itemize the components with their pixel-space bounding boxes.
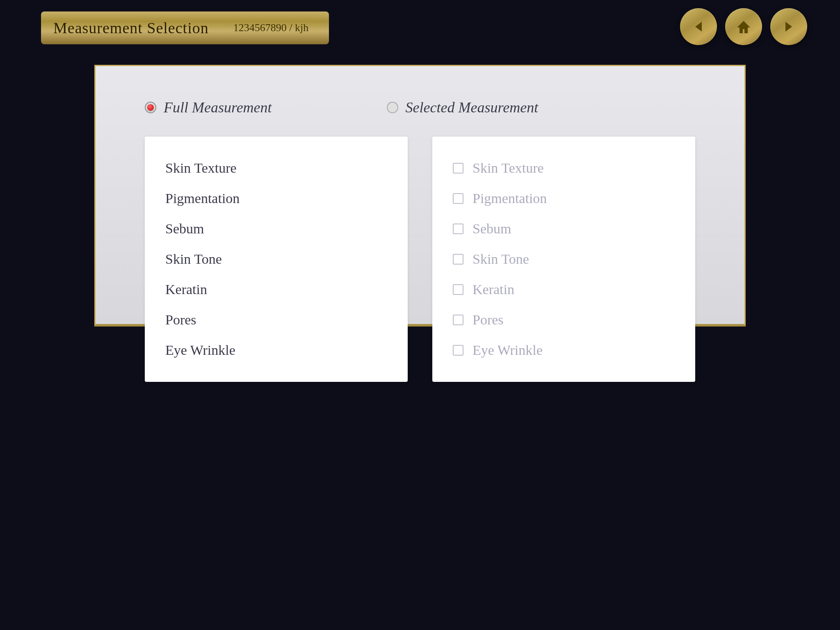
nav-buttons <box>680 8 807 45</box>
checkbox-pores[interactable] <box>453 315 463 325</box>
checkbox-eye-wrinkle[interactable] <box>453 345 463 356</box>
back-button[interactable] <box>680 8 717 45</box>
list-item: Eye Wrinkle <box>165 335 387 365</box>
list-item: Skin Tone <box>165 244 387 274</box>
svg-marker-2 <box>785 22 792 32</box>
checkbox-item-skin-texture[interactable]: Skin Texture <box>453 153 675 183</box>
checkbox-sebum[interactable] <box>453 224 463 234</box>
list-item: Pigmentation <box>165 183 387 214</box>
list-item: Keratin <box>165 274 387 305</box>
full-measurement-list: Skin Texture Pigmentation Sebum Skin Ton… <box>145 137 408 382</box>
main-panel: Full Measurement Selected Measurement Sk… <box>94 65 746 326</box>
checkbox-label-keratin: Keratin <box>472 282 514 297</box>
selected-measurement-label: Selected Measurement <box>406 99 539 116</box>
list-item: Pores <box>165 305 387 335</box>
checkbox-item-pigmentation[interactable]: Pigmentation <box>453 183 675 214</box>
checkbox-label-skin-texture: Skin Texture <box>472 160 544 176</box>
checkbox-skin-texture[interactable] <box>453 163 463 173</box>
checkbox-label-eye-wrinkle: Eye Wrinkle <box>472 342 543 358</box>
selected-measurement-radio[interactable] <box>387 102 398 113</box>
patient-id: 1234567890 / kjh <box>233 22 308 34</box>
selected-measurement-list: Skin Texture Pigmentation Sebum Skin Ton… <box>432 137 695 382</box>
radio-row: Full Measurement Selected Measurement <box>145 99 695 116</box>
list-item: Skin Texture <box>165 153 387 183</box>
checkbox-label-skin-tone: Skin Tone <box>472 251 529 267</box>
checkbox-item-pores[interactable]: Pores <box>453 305 675 335</box>
selected-measurement-option[interactable]: Selected Measurement <box>387 99 539 116</box>
forward-button[interactable] <box>770 8 807 45</box>
title-bar: Measurement Selection 1234567890 / kjh <box>41 11 329 44</box>
checkbox-pigmentation[interactable] <box>453 193 463 204</box>
svg-marker-0 <box>695 22 702 32</box>
home-button[interactable] <box>725 8 762 45</box>
checkbox-skin-tone[interactable] <box>453 254 463 265</box>
checkbox-item-eye-wrinkle[interactable]: Eye Wrinkle <box>453 335 675 365</box>
page-title: Measurement Selection <box>53 19 209 37</box>
list-item: Sebum <box>165 214 387 244</box>
full-measurement-radio[interactable] <box>145 102 156 113</box>
full-measurement-option[interactable]: Full Measurement <box>145 99 272 116</box>
checkbox-label-pores: Pores <box>472 312 504 328</box>
header: Measurement Selection 1234567890 / kjh <box>41 11 329 44</box>
lists-row: Skin Texture Pigmentation Sebum Skin Ton… <box>145 137 695 382</box>
checkbox-item-skin-tone[interactable]: Skin Tone <box>453 244 675 274</box>
checkbox-keratin[interactable] <box>453 284 463 295</box>
checkbox-item-keratin[interactable]: Keratin <box>453 274 675 305</box>
svg-marker-1 <box>737 21 750 33</box>
checkbox-label-pigmentation: Pigmentation <box>472 191 547 206</box>
checkbox-item-sebum[interactable]: Sebum <box>453 214 675 244</box>
checkbox-label-sebum: Sebum <box>472 221 511 237</box>
full-measurement-label: Full Measurement <box>164 99 272 116</box>
